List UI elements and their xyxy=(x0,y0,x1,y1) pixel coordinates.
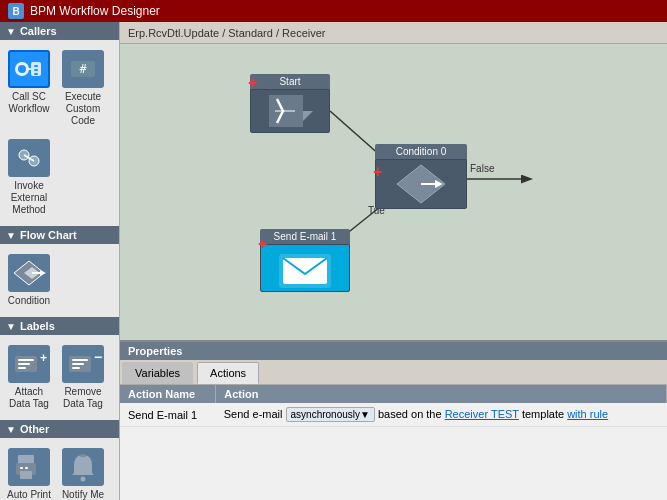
sidebar-item-attach-data-tag[interactable]: + AttachData Tag xyxy=(4,341,54,414)
call-sc-workflow-label: Call SCWorkflow xyxy=(9,91,50,115)
section-other-label: Other xyxy=(20,423,49,435)
svg-rect-24 xyxy=(72,367,80,369)
properties-tabs: Variables Actions xyxy=(120,360,667,385)
section-flow-chart-label: Flow Chart xyxy=(20,229,77,241)
labels-items: + AttachData Tag − RemoveData Tag xyxy=(0,335,119,420)
sidebar-item-remove-data-tag[interactable]: − RemoveData Tag xyxy=(58,341,108,414)
node-start-body xyxy=(250,89,330,133)
app-icon: B xyxy=(8,3,24,19)
tab-variables-label: Variables xyxy=(135,367,180,379)
svg-rect-32 xyxy=(80,454,86,457)
svg-rect-29 xyxy=(20,467,23,469)
execute-custom-code-icon: # xyxy=(62,50,104,88)
svg-marker-39 xyxy=(303,111,313,121)
node-condition0-add-button[interactable]: + xyxy=(373,164,382,180)
sidebar-item-execute-custom-code[interactable]: # ExecuteCustomCode xyxy=(58,46,108,131)
svg-rect-23 xyxy=(72,363,84,365)
section-callers-label: Callers xyxy=(20,25,57,37)
table-row: Send E-mail 1 Send e-mail asynchronously… xyxy=(120,403,667,427)
section-labels-label: Labels xyxy=(20,320,55,332)
svg-marker-15 xyxy=(40,270,46,276)
call-sc-workflow-icon xyxy=(8,50,50,88)
rule-link[interactable]: with rule xyxy=(567,408,608,420)
svg-rect-6 xyxy=(34,73,38,75)
notify-me-label: Notify Me xyxy=(62,489,104,500)
col-action: Action xyxy=(216,385,667,403)
attach-data-tag-icon: + xyxy=(8,345,50,383)
properties-title: Properties xyxy=(128,345,182,357)
svg-point-1 xyxy=(18,65,26,73)
breadcrumb: Erp.RcvDtl.Update / Standard / Receiver xyxy=(120,22,667,44)
title-bar-text: BPM Workflow Designer xyxy=(30,4,160,18)
svg-rect-4 xyxy=(34,65,38,67)
sidebar-item-condition[interactable]: Condition xyxy=(4,250,54,311)
attach-data-tag-label: AttachData Tag xyxy=(9,386,49,410)
node-send-email[interactable]: Send E-mail 1 + xyxy=(260,229,350,292)
properties-header: Properties xyxy=(120,342,667,360)
chevron-icon: ▼ xyxy=(6,26,16,37)
section-flow-chart[interactable]: ▼ Flow Chart xyxy=(0,226,119,244)
svg-point-31 xyxy=(81,477,86,482)
actions-table: Action Name Action Send E-mail 1 Send e-… xyxy=(120,385,667,427)
svg-rect-22 xyxy=(72,359,88,361)
tab-actions-label: Actions xyxy=(210,367,246,379)
sidebar-item-call-sc-workflow[interactable]: Call SCWorkflow xyxy=(4,46,54,131)
sidebar: ▼ Callers Call SCWorkflow xyxy=(0,22,120,500)
async-dropdown-arrow: ▼ xyxy=(360,409,370,420)
other-items: Auto Print Notify Me xyxy=(0,438,119,500)
title-bar: B BPM Workflow Designer xyxy=(0,0,667,22)
properties-content: Action Name Action Send E-mail 1 Send e-… xyxy=(120,385,667,500)
node-start[interactable]: Start + xyxy=(250,74,330,133)
template-text: template xyxy=(522,408,567,420)
sidebar-item-notify-me[interactable]: Notify Me xyxy=(58,444,108,500)
chevron-labels-icon: ▼ xyxy=(6,321,16,332)
invoke-external-method-icon xyxy=(8,139,50,177)
node-start-label: Start xyxy=(250,74,330,89)
content-area: Erp.RcvDtl.Update / Standard / Receiver … xyxy=(120,22,667,500)
node-condition0[interactable]: Condition 0 + xyxy=(375,144,467,209)
condition-icon xyxy=(8,254,50,292)
svg-text:#: # xyxy=(79,62,87,76)
section-labels[interactable]: ▼ Labels xyxy=(0,317,119,335)
canvas-area[interactable]: Tue False Start + Condi xyxy=(120,44,667,340)
col-action-name: Action Name xyxy=(120,385,216,403)
tab-actions[interactable]: Actions xyxy=(197,362,259,384)
sidebar-item-auto-print[interactable]: Auto Print xyxy=(4,444,54,500)
node-condition0-label: Condition 0 xyxy=(375,144,467,159)
svg-text:+: + xyxy=(40,351,47,365)
execute-custom-code-label: ExecuteCustomCode xyxy=(65,91,101,127)
flow-chart-items: Condition xyxy=(0,244,119,317)
breadcrumb-text: Erp.RcvDtl.Update / Standard / Receiver xyxy=(128,27,325,39)
condition-label: Condition xyxy=(8,295,50,307)
svg-rect-5 xyxy=(34,69,38,71)
notify-me-icon xyxy=(62,448,104,486)
tab-variables[interactable]: Variables xyxy=(122,362,193,384)
template-link[interactable]: Receiver TEST xyxy=(445,408,519,420)
invoke-external-method-label: InvokeExternalMethod xyxy=(11,180,48,216)
section-callers[interactable]: ▼ Callers xyxy=(0,22,119,40)
main-container: ▼ Callers Call SCWorkflow xyxy=(0,22,667,500)
properties-panel: Properties Variables Actions Action Name… xyxy=(120,340,667,500)
node-send-email-label: Send E-mail 1 xyxy=(260,229,350,244)
section-other[interactable]: ▼ Other xyxy=(0,420,119,438)
action-name-cell: Send E-mail 1 xyxy=(120,403,216,427)
svg-rect-28 xyxy=(20,471,32,479)
remove-data-tag-icon: − xyxy=(62,345,104,383)
svg-rect-17 xyxy=(18,359,34,361)
svg-rect-18 xyxy=(18,363,30,365)
action-detail-cell: Send e-mail asynchronously ▼ based on th… xyxy=(216,403,667,427)
svg-rect-19 xyxy=(18,367,26,369)
remove-data-tag-label: RemoveData Tag xyxy=(63,386,103,410)
svg-rect-30 xyxy=(25,467,28,469)
node-start-add-button[interactable]: + xyxy=(248,75,257,91)
auto-print-icon xyxy=(8,448,50,486)
async-dropdown[interactable]: asynchronously ▼ xyxy=(286,407,375,422)
action-send-text: Send e-mail xyxy=(224,408,283,420)
node-send-email-body xyxy=(260,244,350,292)
chevron-flowchart-icon: ▼ xyxy=(6,230,16,241)
node-send-email-add-button[interactable]: + xyxy=(258,236,267,252)
async-label: asynchronously xyxy=(291,409,360,420)
sidebar-item-invoke-external-method[interactable]: InvokeExternalMethod xyxy=(4,135,54,220)
callers-items: Call SCWorkflow # ExecuteCustomCode xyxy=(0,40,119,226)
chevron-other-icon: ▼ xyxy=(6,424,16,435)
